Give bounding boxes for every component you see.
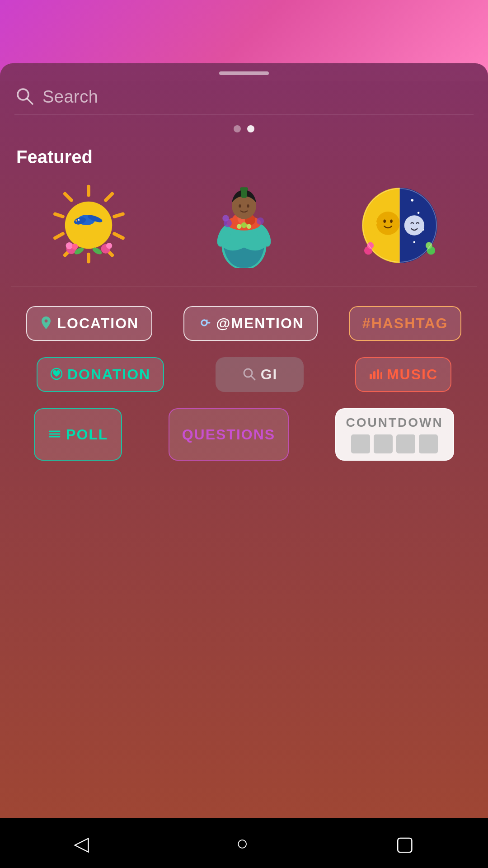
svg-point-36: [246, 224, 251, 229]
sticker-picker-sheet: Featured: [0, 63, 488, 868]
page-dots: [0, 125, 488, 132]
bars-icon: [369, 368, 382, 382]
sticker-buttons-row1: LOCATION @MENTION #HASHTAG: [11, 306, 477, 341]
svg-point-52: [390, 219, 393, 222]
svg-line-12: [65, 194, 71, 200]
sticker-buttons-row3: POLL QUESTIONS COUNTDOWN: [11, 408, 477, 461]
sun-bird-sticker[interactable]: [43, 180, 134, 270]
svg-point-19: [78, 220, 79, 221]
mention-sticker-button[interactable]: @MENTION: [183, 306, 318, 341]
mention-btn-label: @MENTION: [216, 315, 304, 332]
gif-sticker-button[interactable]: GI: [216, 357, 304, 392]
svg-line-10: [55, 234, 63, 238]
woman-fruits-sticker[interactable]: [199, 180, 289, 270]
svg-rect-69: [370, 374, 372, 379]
search-input[interactable]: [42, 87, 474, 107]
moon-sun-sticker[interactable]: [354, 180, 445, 270]
music-sticker-button[interactable]: MUSIC: [355, 357, 451, 392]
heart-icon: [50, 368, 63, 382]
svg-line-5: [114, 214, 123, 217]
svg-rect-70: [373, 371, 375, 379]
svg-line-4: [106, 194, 112, 200]
music-btn-label: MUSIC: [387, 366, 438, 383]
donation-btn-label: DONATION: [67, 366, 150, 383]
svg-point-51: [383, 219, 386, 222]
countdown-btn-label: COUNTDOWN: [346, 415, 443, 430]
sticker-buttons-row2: DONATION GI MUSIC: [11, 357, 477, 392]
list-icon: [48, 428, 61, 442]
search-bar: [14, 86, 474, 114]
svg-rect-71: [377, 369, 379, 379]
nav-bar: ◁ ○ ▢: [0, 818, 488, 868]
location-sticker-button[interactable]: LOCATION: [26, 306, 152, 341]
location-btn-label: LOCATION: [57, 315, 139, 332]
svg-point-45: [411, 199, 413, 202]
featured-stickers-row: [11, 180, 477, 287]
countdown-box-2: [374, 434, 393, 453]
search-gif-icon: [242, 367, 256, 382]
svg-line-68: [251, 376, 255, 380]
svg-point-41: [247, 204, 249, 208]
svg-line-11: [55, 214, 63, 217]
at-icon: [197, 316, 211, 331]
svg-point-21: [66, 242, 73, 249]
countdown-box-1: [351, 434, 370, 453]
svg-point-58: [404, 215, 424, 235]
svg-point-22: [72, 244, 78, 250]
gif-btn-label: GI: [261, 366, 278, 383]
countdown-boxes: [351, 434, 438, 453]
questions-btn-label: QUESTIONS: [182, 426, 275, 443]
countdown-box-4: [419, 434, 438, 453]
hashtag-btn-label: #HASHTAG: [362, 315, 448, 332]
svg-point-34: [237, 224, 242, 229]
svg-line-1: [27, 99, 33, 104]
search-icon: [14, 86, 34, 108]
questions-sticker-button[interactable]: QUESTIONS: [169, 408, 289, 461]
home-button[interactable]: ○: [236, 832, 249, 854]
svg-point-24: [106, 243, 112, 249]
dot-1: [234, 125, 241, 132]
svg-point-44: [257, 217, 264, 225]
svg-rect-39: [240, 187, 248, 190]
svg-rect-72: [380, 372, 382, 379]
featured-label: Featured: [16, 147, 472, 167]
countdown-box-3: [396, 434, 415, 453]
dot-2: [247, 125, 254, 132]
svg-point-46: [417, 212, 419, 214]
pin-icon: [40, 316, 52, 331]
donation-sticker-button[interactable]: DONATION: [37, 357, 164, 392]
hashtag-sticker-button[interactable]: #HASHTAG: [349, 306, 462, 341]
poll-btn-label: POLL: [66, 426, 108, 443]
svg-point-43: [222, 215, 229, 222]
svg-point-35: [241, 222, 247, 228]
recent-apps-button[interactable]: ▢: [395, 832, 414, 855]
drag-handle[interactable]: [219, 71, 269, 75]
svg-point-49: [413, 241, 415, 243]
countdown-sticker-button[interactable]: COUNTDOWN: [335, 408, 454, 461]
back-button[interactable]: ◁: [74, 832, 89, 855]
poll-sticker-button[interactable]: POLL: [34, 408, 122, 461]
svg-line-6: [114, 234, 123, 238]
svg-point-40: [239, 204, 241, 208]
svg-point-50: [376, 211, 399, 235]
